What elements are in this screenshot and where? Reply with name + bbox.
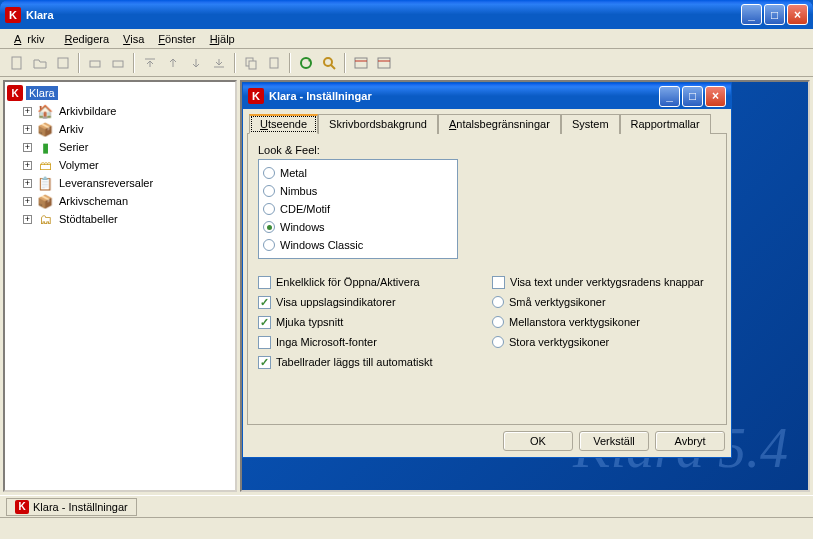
menu-arkiv[interactable]: Arkiv — [8, 31, 56, 47]
radio-label: Windows Classic — [280, 239, 363, 251]
tool-print2-icon[interactable] — [107, 52, 129, 74]
tool-bottom-icon[interactable] — [208, 52, 230, 74]
left-check-1[interactable]: ✓Visa uppslagsindikatorer — [258, 293, 482, 311]
lookfeel-option-4[interactable]: Windows Classic — [263, 236, 453, 254]
lookfeel-option-1[interactable]: Nimbus — [263, 182, 453, 200]
main-titlebar[interactable]: K Klara _ □ × — [0, 0, 813, 29]
checkbox-icon[interactable]: ✓ — [258, 356, 271, 369]
dialog-maximize-button[interactable]: □ — [682, 86, 703, 107]
checkbox-icon[interactable] — [492, 276, 505, 289]
tool-top-icon[interactable] — [139, 52, 161, 74]
tab-antal[interactable]: Antalsbegränsningar — [438, 114, 561, 134]
tree-item-3[interactable]: +🗃Volymer — [23, 156, 233, 174]
left-check-3[interactable]: Inga Microsoft-fonter — [258, 333, 482, 351]
tool-refresh-icon[interactable] — [295, 52, 317, 74]
radio-icon[interactable] — [263, 167, 275, 179]
tab-utseende[interactable]: Utseende — [249, 114, 318, 134]
taskbar-label: Klara - Inställningar — [33, 501, 128, 513]
menu-redigera[interactable]: Redigera — [58, 31, 115, 47]
menu-visa[interactable]: Visa — [117, 31, 150, 47]
expander-icon[interactable]: + — [23, 161, 32, 170]
checkbox-icon[interactable] — [258, 336, 271, 349]
tab-rapport[interactable]: Rapportmallar — [620, 114, 711, 134]
app-icon: K — [5, 7, 21, 23]
tool-save-icon[interactable] — [52, 52, 74, 74]
iconsize-option-2[interactable]: Stora verktygsikoner — [492, 333, 716, 351]
tab-system[interactable]: System — [561, 114, 620, 134]
tree-item-4[interactable]: +📋Leveransreversaler — [23, 174, 233, 192]
tool-window2-icon[interactable] — [373, 52, 395, 74]
tree-node-label: Stödtabeller — [56, 212, 121, 226]
minimize-button[interactable]: _ — [741, 4, 762, 25]
expander-icon[interactable]: + — [23, 179, 32, 188]
close-button[interactable]: × — [787, 4, 808, 25]
menu-hjalp[interactable]: Hjälp — [204, 31, 241, 47]
expander-icon[interactable]: + — [23, 143, 32, 152]
tree-item-5[interactable]: +📦Arkivscheman — [23, 192, 233, 210]
right-check-0[interactable]: Visa text under verktygsradens knappar — [492, 273, 716, 291]
svg-rect-5 — [249, 61, 256, 69]
expander-icon[interactable]: + — [23, 215, 32, 224]
radio-label: Nimbus — [280, 185, 317, 197]
tool-search-icon[interactable] — [318, 52, 340, 74]
tool-print-icon[interactable] — [84, 52, 106, 74]
tree-node-icon: ▮ — [37, 139, 53, 155]
radio-icon[interactable] — [263, 203, 275, 215]
left-check-0[interactable]: Enkelklick för Öppna/Aktivera — [258, 273, 482, 291]
svg-line-9 — [331, 65, 335, 69]
tab-skrivbord[interactable]: Skrivbordsbakgrund — [318, 114, 438, 134]
tool-window1-icon[interactable] — [350, 52, 372, 74]
checkbox-icon[interactable]: ✓ — [258, 316, 271, 329]
checkbox-icon[interactable]: ✓ — [258, 296, 271, 309]
radio-icon[interactable] — [263, 239, 275, 251]
tree-panel: K Klara +🏠Arkivbildare+📦Arkiv+▮Serier+🗃V… — [3, 80, 237, 492]
tree-node-icon: 📋 — [37, 175, 53, 191]
check-label: Enkelklick för Öppna/Aktivera — [276, 276, 420, 288]
tree-item-6[interactable]: +🗂Stödtabeller — [23, 210, 233, 228]
radio-icon[interactable] — [492, 316, 504, 328]
verkstall-button[interactable]: Verkställ — [579, 431, 649, 451]
lookfeel-option-2[interactable]: CDE/Motif — [263, 200, 453, 218]
expander-icon[interactable]: + — [23, 107, 32, 116]
tree-item-1[interactable]: +📦Arkiv — [23, 120, 233, 138]
check-label: Visa text under verktygsradens knappar — [510, 276, 704, 288]
dialog-titlebar[interactable]: K Klara - Inställningar _ □ × — [243, 83, 731, 109]
tree-item-0[interactable]: +🏠Arkivbildare — [23, 102, 233, 120]
expander-icon[interactable]: + — [23, 125, 32, 134]
maximize-button[interactable]: □ — [764, 4, 785, 25]
radio-label: Små verktygsikoner — [509, 296, 606, 308]
radio-icon[interactable] — [492, 296, 504, 308]
tree-node-label: Leveransreversaler — [56, 176, 156, 190]
tool-down-icon[interactable] — [185, 52, 207, 74]
statusbar — [0, 517, 813, 539]
left-check-4[interactable]: ✓Tabellrader läggs till automatiskt — [258, 353, 482, 371]
svg-rect-1 — [58, 58, 68, 68]
tool-open-icon[interactable] — [29, 52, 51, 74]
svg-rect-12 — [378, 58, 390, 68]
lookfeel-option-0[interactable]: Metal — [263, 164, 453, 182]
tool-up-icon[interactable] — [162, 52, 184, 74]
tool-copy-icon[interactable] — [240, 52, 262, 74]
ok-button[interactable]: OK — [503, 431, 573, 451]
expander-icon[interactable]: + — [23, 197, 32, 206]
lookfeel-option-3[interactable]: Windows — [263, 218, 453, 236]
tree-root[interactable]: K Klara — [7, 84, 233, 102]
menu-fonster[interactable]: Fönster — [152, 31, 201, 47]
dialog-title: Klara - Inställningar — [269, 90, 659, 102]
left-check-2[interactable]: ✓Mjuka typsnitt — [258, 313, 482, 331]
tree-node-label: Arkivscheman — [56, 194, 131, 208]
tree-item-2[interactable]: +▮Serier — [23, 138, 233, 156]
radio-icon[interactable] — [263, 185, 275, 197]
radio-icon[interactable] — [492, 336, 504, 348]
taskbar-item[interactable]: K Klara - Inställningar — [6, 498, 137, 516]
iconsize-option-1[interactable]: Mellanstora verktygsikoner — [492, 313, 716, 331]
avbryt-button[interactable]: Avbryt — [655, 431, 725, 451]
checkbox-icon[interactable] — [258, 276, 271, 289]
tool-paste-icon[interactable] — [263, 52, 285, 74]
dialog-close-button[interactable]: × — [705, 86, 726, 107]
tool-new-icon[interactable] — [6, 52, 28, 74]
radio-icon[interactable] — [263, 221, 275, 233]
tree-root-label: Klara — [26, 86, 58, 100]
iconsize-option-0[interactable]: Små verktygsikoner — [492, 293, 716, 311]
dialog-minimize-button[interactable]: _ — [659, 86, 680, 107]
